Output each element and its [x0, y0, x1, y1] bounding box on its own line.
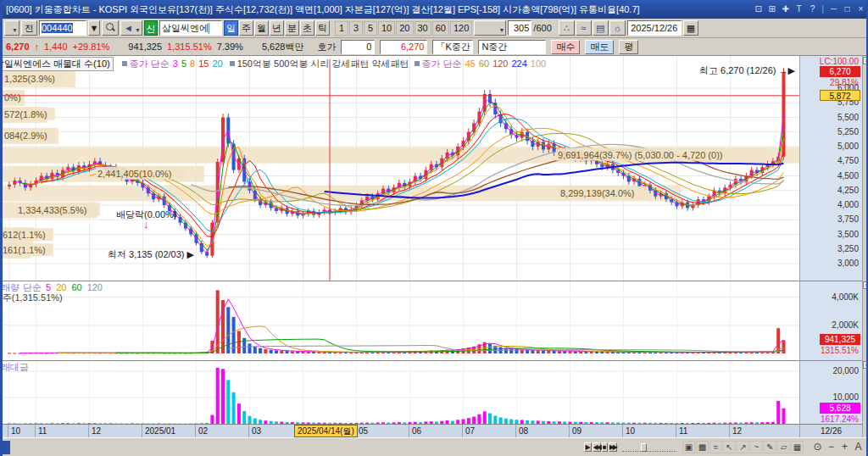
price-axis-label: 4,750	[837, 156, 859, 165]
trend-icon[interactable]: ≈	[576, 20, 592, 36]
draw-tool-icon[interactable]: ✎	[764, 441, 776, 453]
minute-button-1[interactable]: 1	[335, 21, 348, 36]
cascade-icon[interactable]: ▩	[696, 441, 709, 453]
jeon-button[interactable]: 전	[21, 20, 37, 36]
capture-icon[interactable]: ▦	[791, 441, 804, 453]
font-size-button[interactable]: A	[852, 441, 865, 453]
candlestick-chart[interactable]: 1,325(3.9%)0%)572(1.8%)084(2.9%)9,691,96…	[3, 56, 799, 281]
change-pct-label: 29.81%	[830, 78, 859, 87]
menu-combo[interactable]	[4, 20, 19, 36]
resize-grip[interactable]	[3, 441, 10, 454]
minute-button-5[interactable]: 5	[364, 21, 377, 36]
month-label: 2025/01	[145, 426, 175, 436]
main-chart-panel[interactable]: 1,325(3.9%)0%)572(1.8%)084(2.9%)9,691,96…	[3, 56, 799, 281]
stock-code-input[interactable]: 004440	[39, 20, 86, 36]
slider-handle[interactable]	[641, 443, 647, 452]
price-axis[interactable]: LC:100.006,0005,7505,5005,2505,0004,7504…	[799, 56, 862, 281]
settings-icon[interactable]: ☼	[609, 20, 626, 36]
price-change-pct: +29.81%	[73, 42, 110, 52]
period-slider[interactable]	[622, 443, 676, 452]
bar-count-input[interactable]: 305	[508, 20, 531, 36]
zoom-search-icon[interactable]: ⊙	[811, 441, 824, 453]
forward-button[interactable]: ▶▶	[609, 442, 617, 452]
period-button-초[interactable]: 초	[300, 20, 314, 36]
title-bar[interactable]: [0600] 키움종합차트 - KOSPI 외국인보유[137(천)] 주식수[…	[3, 0, 868, 19]
avg-button[interactable]: 평	[619, 40, 638, 54]
sound-button[interactable]: ◄	[120, 20, 142, 36]
date-input[interactable]: 2025/12/26	[627, 20, 682, 36]
month-tick	[195, 425, 196, 438]
search-button[interactable]	[102, 20, 119, 36]
chart-tool-icons: ▣▩≈↖↗~✎▱▦	[682, 441, 804, 453]
calendar-button[interactable]: ▦	[683, 20, 698, 36]
panel-close-icon[interactable]: ×	[863, 57, 868, 64]
toolbar-icons: ∴≈▤☼	[559, 20, 626, 36]
month-label: 12	[92, 426, 101, 436]
help-icon[interactable]: ?	[806, 3, 819, 15]
crosshair-date-badge: 2025/04/14(월)	[294, 425, 358, 437]
font-icon[interactable]: T	[793, 3, 805, 15]
period-button-분[interactable]: 분	[285, 20, 299, 36]
compare-icon[interactable]: ∴	[559, 20, 575, 36]
amount-chart[interactable]	[3, 361, 799, 424]
n-mode-field[interactable]: N중간	[478, 40, 546, 54]
maximize-button[interactable]: □	[841, 3, 854, 15]
period-button-월[interactable]: 월	[254, 20, 269, 36]
buy-button[interactable]: 매수	[551, 40, 580, 54]
cursor-tool-icon[interactable]: ↖	[723, 441, 736, 453]
calendar-icon: ▦	[687, 23, 695, 33]
price-axis-label: 3,750	[837, 214, 859, 224]
sell-button[interactable]: 매도	[585, 40, 614, 54]
interval-combo[interactable]	[474, 20, 506, 36]
period-button-주[interactable]: 주	[239, 20, 253, 36]
volume-profile-label: 2,441,405(10.0%)	[97, 169, 171, 179]
period-button-틱[interactable]: 틱	[315, 20, 330, 36]
high-arrow-icon: →▶	[779, 65, 795, 75]
pin-icon[interactable]: ✚	[779, 3, 792, 15]
code-dropdown-button[interactable]: ▼	[88, 20, 100, 36]
amount-axis-label: 10,000	[832, 392, 859, 402]
minute-button-120[interactable]: 120	[450, 21, 472, 36]
minimize-button[interactable]: ─	[827, 3, 840, 15]
panel-close-icon[interactable]: ×	[863, 361, 868, 369]
close-button[interactable]: ×	[854, 3, 867, 15]
minute-button-30[interactable]: 30	[415, 21, 431, 36]
minute-button-10[interactable]: 10	[378, 21, 395, 36]
shape-tool-icon[interactable]: ▱	[777, 441, 790, 453]
volume-axis[interactable]: 4,000K2,000K941,3251315.51%	[799, 281, 862, 360]
volume-chart[interactable]	[3, 281, 799, 360]
wave-tool-icon[interactable]: ~	[750, 441, 763, 453]
minute-button-3[interactable]: 3	[349, 21, 363, 36]
vertical-scrollbar[interactable]: × × ×	[862, 56, 868, 437]
ma-group-label: 종가 단순	[422, 58, 462, 69]
rewind-button[interactable]: ◀◀	[593, 442, 601, 452]
turnover-pct: 7.39%	[217, 42, 243, 52]
stock-name-input[interactable]: 삼일씨엔에▏	[159, 20, 222, 36]
minute-button-20[interactable]: 20	[396, 21, 413, 36]
period-button-년[interactable]: 년	[270, 20, 284, 36]
amount-panel[interactable]: 거래대금	[3, 360, 799, 424]
zoom-in-button[interactable]: +	[838, 441, 851, 453]
minute-buttons: 13510203060120	[335, 21, 472, 36]
save-icon[interactable]: ▤	[593, 20, 609, 36]
trendline-tool-icon[interactable]: ↗	[737, 441, 749, 453]
chart-legend: 삼일씨엔에스 매물대 수(10)종가 단순3581520150억봉 500억봉 …	[3, 57, 548, 69]
zoom-out-button[interactable]: −	[825, 441, 837, 453]
price-axis-label: 3,000	[837, 259, 859, 268]
k-mode-field[interactable]: 「K중간	[432, 40, 473, 54]
volume-panel[interactable]: 거래량단순52060120 941,325주(1,315.51%)	[3, 281, 799, 360]
zigzag-icon[interactable]: ≈	[709, 441, 722, 453]
screens-icon[interactable]: ⊞	[765, 3, 778, 15]
minute-button-60[interactable]: 60	[432, 21, 449, 36]
amount-axis[interactable]: 20,00010,0005,6281617.24%	[799, 360, 862, 424]
overlay-chart-icon[interactable]: ▣	[682, 441, 695, 453]
info-row: 6,270 ↑ 1,440 +29.81% 941,325 1,315.51% …	[3, 38, 868, 56]
month-tick	[462, 425, 463, 438]
panel-close-icon[interactable]: ×	[863, 281, 868, 289]
popup-icon[interactable]: ⊡	[752, 3, 765, 15]
play-button[interactable]: ▶	[584, 442, 591, 452]
stop-button[interactable]: ■	[602, 442, 608, 452]
date-axis[interactable]: 1011122025/01020305060708091011122025/04…	[3, 424, 799, 437]
period-button-일[interactable]: 일	[224, 20, 238, 36]
amount-pct-label: 1617.24%	[821, 414, 859, 424]
